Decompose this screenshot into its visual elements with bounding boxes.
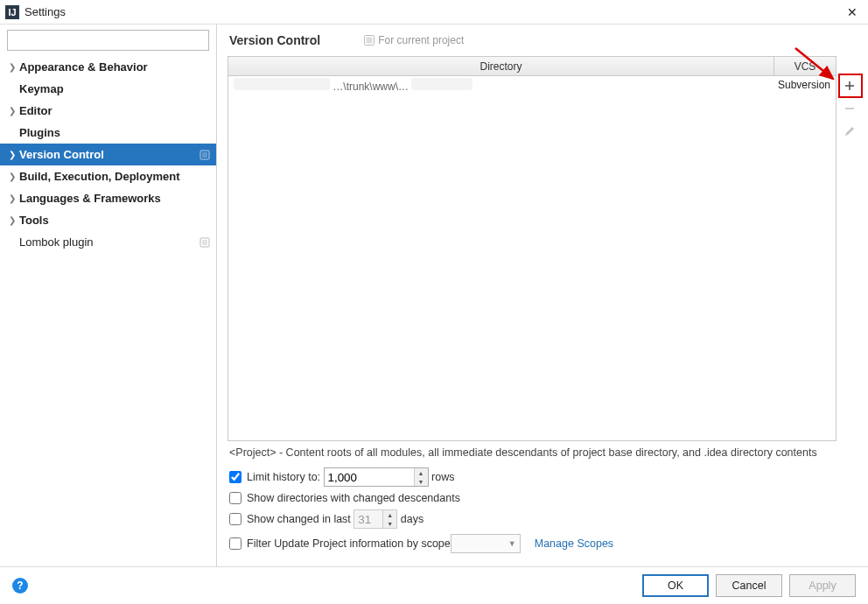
chevron-right-icon: ❯ — [7, 150, 18, 159]
sidebar-item-tools[interactable]: ❯ Tools — [0, 209, 216, 231]
sidebar-item-appearance[interactable]: ❯ Appearance & Behavior — [0, 56, 216, 78]
chevron-right-icon: ❯ — [7, 193, 18, 203]
sidebar-item-label: Editor — [19, 104, 52, 117]
option-limit-history: Limit history to: ▲▼ rows — [229, 467, 856, 487]
hint-text: <Project> - Content roots of all modules… — [229, 446, 856, 459]
help-button[interactable]: ? — [12, 578, 28, 593]
ok-button[interactable]: OK — [642, 574, 709, 597]
show-changed-checkbox[interactable] — [229, 513, 242, 525]
table-header: Directory VCS — [228, 57, 836, 76]
sidebar-item-label: Tools — [19, 214, 49, 227]
settings-tree: ❯ Appearance & Behavior Keymap ❯ Editor … — [0, 56, 216, 566]
search-input[interactable] — [7, 30, 209, 51]
show-dirs-checkbox[interactable] — [229, 492, 242, 504]
spinner[interactable]: ▲▼ — [414, 468, 428, 486]
sidebar-item-label: Version Control — [19, 148, 104, 161]
sidebar-item-label: Languages & Frameworks — [19, 192, 161, 205]
window-title: Settings — [24, 5, 842, 18]
option-show-changed: Show changed in last ▲▼ days — [229, 509, 856, 529]
sidebar-item-languages[interactable]: ❯ Languages & Frameworks — [0, 187, 216, 209]
show-changed-label-pre: Show changed in last — [247, 513, 351, 525]
sidebar-item-label: Appearance & Behavior — [19, 60, 148, 74]
table-toolbar — [840, 77, 859, 145]
apply-button[interactable]: Apply — [789, 574, 856, 597]
chevron-right-icon: ❯ — [7, 172, 18, 181]
option-filter-scope: Filter Update Project information by sco… — [229, 534, 856, 553]
option-show-dirs: Show directories with changed descendant… — [229, 492, 856, 504]
sidebar-item-keymap[interactable]: Keymap — [0, 78, 216, 100]
limit-history-label-pre: Limit history to: — [247, 471, 320, 483]
spinner-down-icon[interactable]: ▼ — [415, 477, 428, 486]
for-current-project-label: For current project — [364, 34, 464, 46]
add-button[interactable] — [841, 77, 858, 95]
filter-scope-label: Filter Update Project information by sco… — [247, 537, 451, 550]
filter-scope-checkbox[interactable] — [229, 537, 242, 550]
cell-vcs: Subversion — [774, 79, 836, 91]
sidebar-item-plugins[interactable]: Plugins — [0, 122, 216, 144]
project-level-icon — [199, 149, 211, 161]
chevron-down-icon: ▼ — [508, 539, 516, 548]
remove-button[interactable] — [841, 100, 858, 117]
for-current-project-text: For current project — [378, 34, 464, 46]
project-level-icon — [199, 236, 211, 249]
sidebar-item-label: Plugins — [19, 126, 60, 139]
spinner: ▲▼ — [382, 510, 396, 528]
show-changed-label-post: days — [401, 513, 424, 525]
chevron-right-icon: ❯ — [7, 106, 18, 116]
col-vcs[interactable]: VCS — [774, 57, 836, 75]
sidebar-item-editor[interactable]: ❯ Editor — [0, 100, 216, 122]
scope-dropdown[interactable]: ▼ — [451, 534, 521, 553]
col-directory[interactable]: Directory — [228, 57, 774, 75]
limit-history-checkbox[interactable] — [229, 471, 242, 483]
cell-directory: …\trunk\www\… — [228, 78, 774, 93]
sidebar-item-label: Lombok plugin — [19, 235, 94, 249]
table-row[interactable]: …\trunk\www\… Subversion — [228, 76, 836, 94]
limit-history-input[interactable] — [324, 467, 429, 487]
main-panel: Version Control For current project Dire… — [217, 25, 868, 566]
show-dirs-label: Show directories with changed descendant… — [247, 492, 460, 504]
svg-rect-7 — [367, 38, 373, 44]
chevron-right-icon: ❯ — [7, 62, 18, 72]
sidebar-item-lombok[interactable]: Lombok plugin — [0, 231, 216, 253]
sidebar-item-version-control[interactable]: ❯ Version Control — [0, 144, 216, 165]
app-icon: IJ — [5, 5, 19, 19]
limit-history-label-post: rows — [431, 471, 454, 483]
page-title: Version Control — [229, 33, 320, 47]
dialog-footer: ? OK Cancel Apply — [0, 566, 868, 603]
svg-rect-3 — [202, 152, 207, 158]
chevron-right-icon: ❯ — [7, 215, 18, 225]
cancel-button[interactable]: Cancel — [716, 574, 782, 597]
sidebar-item-label: Build, Execution, Deployment — [19, 170, 179, 183]
sidebar-item-build[interactable]: ❯ Build, Execution, Deployment — [0, 165, 216, 187]
svg-rect-5 — [202, 240, 207, 245]
sidebar: ▾ ❯ Appearance & Behavior Keymap ❯ Edito… — [0, 25, 217, 566]
close-icon[interactable]: ✕ — [842, 2, 863, 23]
spinner-up-icon[interactable]: ▲ — [415, 468, 428, 477]
vcs-mappings-table[interactable]: Directory VCS …\trunk\www\… Subversion — [228, 56, 836, 441]
sidebar-item-label: Keymap — [19, 82, 64, 95]
titlebar: IJ Settings ✕ — [0, 0, 868, 25]
manage-scopes-link[interactable]: Manage Scopes — [535, 537, 613, 550]
edit-button[interactable] — [841, 123, 858, 140]
